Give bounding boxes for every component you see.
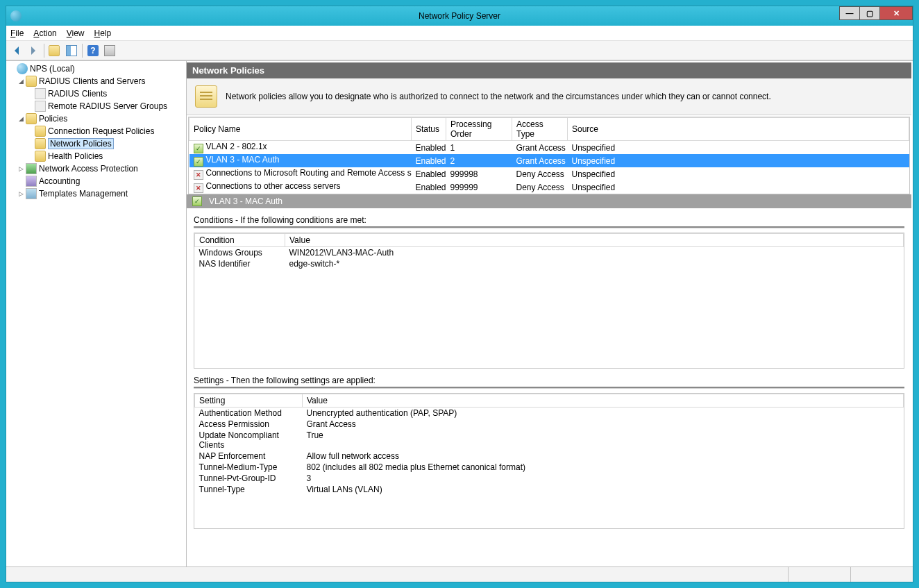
setting-row[interactable]: Access PermissionGrant Access xyxy=(195,419,904,430)
policy-row[interactable]: Connections to other access serversEnabl… xyxy=(189,180,909,194)
settings-title: Settings - Then the following settings a… xyxy=(194,374,904,387)
close-button[interactable]: ✕ xyxy=(879,6,913,20)
tree-np[interactable]: Network Policies xyxy=(8,137,185,150)
policy-status: Enabled xyxy=(412,167,446,180)
col-cond-value[interactable]: Value xyxy=(285,234,904,247)
setting-name: Access Permission xyxy=(195,419,303,430)
setting-row[interactable]: Tunnel-Pvt-Group-ID3 xyxy=(195,473,904,484)
panel-description: Network policies allow you to designate … xyxy=(226,92,771,101)
back-button[interactable] xyxy=(9,43,24,58)
col-condition[interactable]: Condition xyxy=(195,234,285,247)
setting-value: 802 (includes all 802 media plus Etherne… xyxy=(303,462,904,473)
setting-row[interactable]: NAP EnforcementAllow full network access xyxy=(195,451,904,462)
policy-row[interactable]: Connections to Microsoft Routing and Rem… xyxy=(189,167,909,180)
policy-status: Enabled xyxy=(412,180,446,194)
policy-source: Unspecified xyxy=(568,154,909,167)
menu-help[interactable]: Help xyxy=(94,28,112,38)
setting-name: Tunnel-Type xyxy=(195,484,303,495)
folder-icon xyxy=(26,76,37,87)
forward-button[interactable] xyxy=(26,43,41,58)
col-source[interactable]: Source xyxy=(568,118,909,141)
col-access-type[interactable]: Access Type xyxy=(512,118,568,141)
menu-file[interactable]: File xyxy=(10,28,24,38)
properties-button[interactable] xyxy=(102,43,117,58)
col-policy-name[interactable]: Policy Name xyxy=(189,118,412,141)
server-icon xyxy=(35,88,46,99)
policy-source: Unspecified xyxy=(568,141,909,155)
settings-table[interactable]: Setting Value Authentication MethodUnenc… xyxy=(194,393,904,529)
tree-nap[interactable]: ▷Network Access Protection xyxy=(8,162,185,175)
policy-order: 999999 xyxy=(446,180,512,194)
main-panel: Network Policies Network policies allow … xyxy=(187,61,913,566)
tree-accounting[interactable]: Accounting xyxy=(8,175,185,187)
tree-crp[interactable]: Connection Request Policies xyxy=(8,125,185,137)
maximize-button[interactable]: ▢ xyxy=(859,6,880,20)
folder-icon xyxy=(35,151,46,162)
condition-value: WIN2012\VLAN3-MAC-Auth xyxy=(285,247,904,259)
policy-status: Enabled xyxy=(412,154,446,167)
policy-enabled-icon xyxy=(192,196,202,206)
setting-value: Grant Access xyxy=(303,419,904,430)
collapse-icon[interactable]: ◢ xyxy=(17,78,26,85)
properties-icon xyxy=(104,45,115,56)
expand-icon[interactable]: ▷ xyxy=(17,165,26,172)
tree-templates[interactable]: ▷Templates Management xyxy=(8,187,185,200)
menubar: File Action View Help xyxy=(6,26,913,41)
server-group-icon xyxy=(35,101,46,112)
policy-order: 2 xyxy=(446,154,512,167)
condition-name: Windows Groups xyxy=(195,247,285,259)
policy-deny-icon xyxy=(194,183,203,193)
help-button[interactable]: ? xyxy=(85,43,101,58)
window-title: Network Policy Server xyxy=(6,11,913,21)
help-icon: ? xyxy=(87,45,99,56)
policy-grant-icon xyxy=(194,157,203,167)
setting-name: Authentication Method xyxy=(195,408,303,419)
col-set-value[interactable]: Value xyxy=(303,394,904,408)
setting-row[interactable]: Tunnel-TypeVirtual LANs (VLAN) xyxy=(195,484,904,495)
policy-row[interactable]: VLAN 3 - MAC AuthEnabled2Grant AccessUns… xyxy=(189,154,909,167)
policy-access: Grant Access xyxy=(512,141,568,155)
setting-value: Allow full network access xyxy=(303,451,904,462)
policy-grant-icon xyxy=(194,144,203,153)
setting-name: Tunnel-Medium-Type xyxy=(195,462,303,473)
show-hide-tree-button[interactable] xyxy=(64,43,79,58)
setting-row[interactable]: Update Noncompliant ClientsTrue xyxy=(195,430,904,451)
templates-icon xyxy=(26,188,37,199)
minimize-button[interactable]: — xyxy=(839,6,860,20)
setting-row[interactable]: Authentication MethodUnencrypted authent… xyxy=(195,408,904,419)
policy-source: Unspecified xyxy=(568,180,909,194)
tree-root[interactable]: NPS (Local) xyxy=(8,62,185,75)
col-processing-order[interactable]: Processing Order xyxy=(446,118,512,141)
shield-icon xyxy=(26,163,37,174)
policy-name: VLAN 3 - MAC Auth xyxy=(206,155,280,165)
tree-radius-clients[interactable]: RADIUS Clients xyxy=(8,87,185,100)
tree-radius-groups[interactable]: Remote RADIUS Server Groups xyxy=(8,100,185,112)
tree-hp[interactable]: Health Policies xyxy=(8,150,185,162)
policy-deny-icon xyxy=(194,170,203,180)
policy-list[interactable]: Policy Name Status Processing Order Acce… xyxy=(189,117,909,194)
policy-name: VLAN 2 - 802.1x xyxy=(206,142,267,151)
up-button[interactable] xyxy=(47,43,62,58)
collapse-icon[interactable]: ◢ xyxy=(17,115,26,122)
conditions-table[interactable]: Condition Value Windows GroupsWIN2012\VL… xyxy=(194,233,904,369)
conditions-title: Conditions - If the following conditions… xyxy=(194,214,904,226)
menu-view[interactable]: View xyxy=(67,28,85,38)
titlebar[interactable]: Network Policy Server — ▢ ✕ xyxy=(6,6,913,26)
col-status[interactable]: Status xyxy=(412,118,446,141)
policy-order: 999998 xyxy=(446,167,512,180)
setting-row[interactable]: Tunnel-Medium-Type802 (includes all 802 … xyxy=(195,462,904,473)
tree-policies[interactable]: ◢Policies xyxy=(8,112,185,125)
condition-row[interactable]: Windows GroupsWIN2012\VLAN3-MAC-Auth xyxy=(195,247,904,259)
accounting-icon xyxy=(26,176,37,187)
tree-radius[interactable]: ◢RADIUS Clients and Servers xyxy=(8,75,185,87)
panes-icon xyxy=(66,45,77,56)
expand-icon[interactable]: ▷ xyxy=(17,190,26,197)
condition-row[interactable]: NAS Identifieredge-switch-* xyxy=(195,258,904,269)
detail-header: VLAN 3 - MAC Auth xyxy=(187,194,911,208)
setting-value: Virtual LANs (VLAN) xyxy=(303,484,904,495)
col-setting[interactable]: Setting xyxy=(195,394,303,408)
setting-value: Unencrypted authentication (PAP, SPAP) xyxy=(303,408,904,419)
menu-action[interactable]: Action xyxy=(33,28,56,38)
policy-row[interactable]: VLAN 2 - 802.1xEnabled1Grant AccessUnspe… xyxy=(189,141,909,155)
nav-tree[interactable]: NPS (Local) ◢RADIUS Clients and Servers … xyxy=(6,61,187,566)
